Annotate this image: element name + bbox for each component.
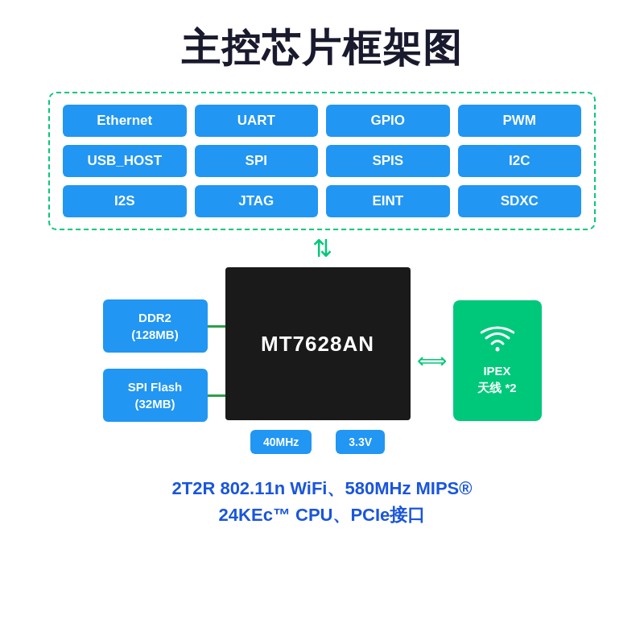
middle-section: DDR2(128MB) SPI Flash(32MB) MT7628AN 40M… xyxy=(48,267,596,454)
periph-badge-i2s: I2S xyxy=(63,185,187,217)
periph-badge-spis: SPIS xyxy=(326,145,450,177)
page-title: 主控芯片框架图 xyxy=(181,23,463,74)
ddr2-connector xyxy=(208,325,225,328)
wifi-label: IPEX 天线 *2 xyxy=(477,362,516,396)
wifi-antenna-box: IPEX 天线 *2 xyxy=(453,300,542,421)
periph-badge-i2c: I2C xyxy=(458,145,582,177)
periph-badge-ethernet: Ethernet xyxy=(63,105,187,137)
bottom-badge-3-3v: 3.3V xyxy=(336,430,385,454)
periph-badge-uart: UART xyxy=(195,105,319,137)
main-chip: MT7628AN xyxy=(225,267,411,420)
arrow-left-right-icon: ⟺ xyxy=(417,349,447,374)
periph-badge-eint: EINT xyxy=(326,185,450,217)
periph-badge-spi: SPI xyxy=(195,145,319,177)
chip-name: MT7628AN xyxy=(261,332,374,357)
periph-badge-gpio: GPIO xyxy=(326,105,450,137)
arrow-up-down-icon: ⇅ xyxy=(312,237,332,261)
periph-badge-jtag: JTAG xyxy=(195,185,319,217)
periph-badge-sdxc: SDXC xyxy=(458,185,582,217)
spiflash-row: SPI Flash(32MB) xyxy=(103,369,225,422)
spiflash-connector xyxy=(208,394,225,397)
spiflash-badge: SPI Flash(32MB) xyxy=(103,369,208,422)
ddr2-badge: DDR2(128MB) xyxy=(103,299,208,353)
ddr2-row: DDR2(128MB) xyxy=(103,299,225,353)
wifi-icon xyxy=(481,326,514,356)
peripherals-box: EthernetUARTGPIOPWMUSB_HOSTSPISPISI2CI2S… xyxy=(48,92,596,230)
chip-column: MT7628AN 40MHz3.3V xyxy=(225,267,411,454)
footer-text: 2T2R 802.11n WiFi、580MHz MIPS®24KEc™ CPU… xyxy=(171,475,472,528)
periph-badge-usb-host: USB_HOST xyxy=(63,145,187,177)
memory-column: DDR2(128MB) SPI Flash(32MB) xyxy=(103,299,225,422)
bottom-labels: 40MHz3.3V xyxy=(225,430,411,454)
bottom-badge-40mhz: 40MHz xyxy=(250,430,312,454)
svg-point-0 xyxy=(495,347,499,351)
periph-badge-pwm: PWM xyxy=(458,105,582,137)
